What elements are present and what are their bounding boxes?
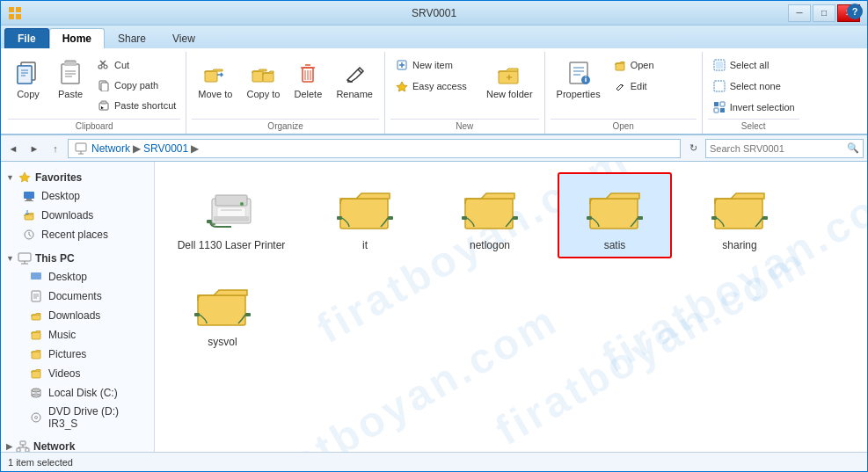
forward-button[interactable]: ►: [26, 140, 43, 157]
desktop-pc-icon: [29, 270, 43, 284]
rename-button[interactable]: Rename: [330, 55, 379, 104]
sidebar-network-header[interactable]: ▶ Network: [1, 436, 154, 452]
sysvol-folder-icon: [194, 276, 251, 332]
svg-rect-2: [9, 14, 14, 19]
tab-file[interactable]: File: [4, 28, 49, 48]
sidebar-item-downloads-fav[interactable]: Downloads: [1, 206, 154, 225]
rename-label: Rename: [336, 89, 373, 100]
main-area: ▼ Favorites Desktop Downloads: [1, 162, 867, 452]
up-button[interactable]: ↑: [47, 140, 64, 157]
cut-icon: [97, 58, 111, 72]
tab-home[interactable]: Home: [49, 28, 105, 49]
svg-rect-52: [716, 62, 723, 69]
edit-button[interactable]: Edit: [609, 76, 697, 96]
copy-path-button[interactable]: Copy path: [92, 76, 180, 95]
svg-rect-105: [590, 199, 638, 229]
svg-rect-70: [31, 272, 41, 280]
path-part-srv: SRV0001: [143, 142, 188, 155]
move-to-button[interactable]: Move to: [192, 55, 238, 104]
sidebar-music-label: Music: [48, 329, 76, 341]
sidebar-item-desktop-fav[interactable]: Desktop: [1, 186, 154, 206]
select-all-icon: [712, 58, 726, 72]
satis-folder-icon: [587, 179, 643, 236]
file-item-it[interactable]: it: [308, 172, 422, 258]
svg-marker-38: [397, 82, 407, 91]
copy-icon: [14, 59, 42, 87]
properties-button[interactable]: Properties: [551, 55, 607, 104]
help-button[interactable]: ?: [847, 4, 863, 19]
open-button[interactable]: Open: [609, 55, 697, 75]
sidebar-item-videos[interactable]: Videos: [1, 364, 154, 383]
svg-point-19: [104, 65, 107, 69]
paste-shortcut-icon: [97, 98, 111, 113]
new-item-button[interactable]: New item: [390, 55, 478, 75]
easy-access-button[interactable]: Easy access: [390, 76, 478, 96]
file-area: firatboyan.com firatboyan.com firatboyan…: [155, 162, 867, 452]
sidebar-desktop-pc-label: Desktop: [48, 271, 87, 283]
svg-rect-98: [214, 216, 249, 221]
search-input[interactable]: [710, 143, 847, 154]
svg-rect-64: [25, 200, 33, 201]
cut-button[interactable]: Cut: [92, 55, 180, 75]
tab-share[interactable]: Share: [105, 28, 159, 48]
file-item-printer[interactable]: Dell 1130 Laser Printer: [165, 172, 297, 258]
minimize-button[interactable]: ─: [788, 4, 811, 22]
edit-icon: [613, 79, 627, 93]
dvd-icon: [29, 410, 43, 425]
sidebar-item-desktop-pc[interactable]: Desktop: [1, 267, 154, 287]
svg-rect-109: [711, 216, 717, 220]
svg-rect-108: [715, 199, 762, 229]
sidebar-item-downloads[interactable]: Downloads: [1, 306, 154, 325]
organize-content: Move to Copy to: [192, 52, 379, 117]
sidebar-pictures-label: Pictures: [48, 348, 86, 360]
copy-to-button[interactable]: Copy to: [240, 55, 286, 104]
back-button[interactable]: ◄: [4, 140, 22, 157]
paste-shortcut-label: Paste shortcut: [114, 100, 176, 111]
sidebar-downloads-fav-label: Downloads: [41, 209, 93, 221]
sidebar-thispc: ▼ This PC Desktop Documents: [1, 246, 154, 434]
file-item-satis[interactable]: satis: [558, 172, 672, 258]
svg-rect-78: [32, 371, 40, 378]
copy-path-icon: [97, 78, 111, 92]
delete-button[interactable]: Delete: [288, 55, 328, 104]
file-item-netlogon[interactable]: netlogon: [433, 172, 547, 258]
select-small-stack: Select all Select none: [708, 55, 799, 117]
sharing-folder-icon: [711, 179, 768, 236]
sidebar-recent-label: Recent places: [41, 229, 108, 241]
copy-button[interactable]: Copy: [8, 55, 48, 104]
sidebar-item-music[interactable]: Music: [1, 325, 154, 345]
svg-rect-75: [32, 315, 40, 320]
easy-access-label: Easy access: [412, 81, 467, 91]
sidebar-item-local-disk[interactable]: Local Disk (C:): [1, 383, 154, 403]
sidebar-item-documents[interactable]: Documents: [1, 287, 154, 306]
file-item-sysvol[interactable]: sysvol: [165, 269, 280, 355]
paste-button[interactable]: Paste: [50, 55, 91, 104]
recent-icon: [22, 228, 36, 242]
cut-label: Cut: [114, 60, 129, 70]
sidebar-favorites-header[interactable]: ▼ Favorites: [1, 167, 154, 186]
paste-shortcut-button[interactable]: Paste shortcut: [92, 96, 180, 115]
sidebar-thispc-header[interactable]: ▼ This PC: [1, 248, 154, 267]
refresh-button[interactable]: ↻: [684, 140, 702, 157]
sidebar-item-recent[interactable]: Recent places: [1, 225, 154, 244]
new-folder-button[interactable]: New folder: [480, 55, 539, 104]
search-icon[interactable]: 🔍: [847, 142, 859, 154]
invert-selection-button[interactable]: Invert selection: [708, 98, 799, 117]
new-item-icon: [395, 58, 409, 72]
copy-to-icon: [249, 59, 277, 87]
svg-rect-54: [714, 102, 718, 106]
sidebar-item-pictures[interactable]: Pictures: [1, 345, 154, 364]
maximize-button[interactable]: □: [813, 4, 835, 22]
file-item-sharing[interactable]: sharing: [682, 172, 797, 258]
svg-rect-3: [16, 14, 21, 19]
network-label: Network: [33, 440, 75, 452]
select-none-button[interactable]: Select none: [708, 76, 799, 96]
address-path[interactable]: Network ▶ SRV0001 ▶: [68, 139, 681, 158]
sidebar-desktop-fav-label: Desktop: [41, 190, 80, 202]
select-all-button[interactable]: Select all: [708, 55, 799, 75]
open-content: Properties Open: [551, 52, 697, 117]
svg-rect-6: [18, 66, 32, 84]
sharing-label: sharing: [722, 239, 756, 251]
tab-view[interactable]: View: [159, 28, 208, 48]
sidebar-item-dvd[interactable]: DVD Drive (D:) IR3_S: [1, 403, 154, 432]
